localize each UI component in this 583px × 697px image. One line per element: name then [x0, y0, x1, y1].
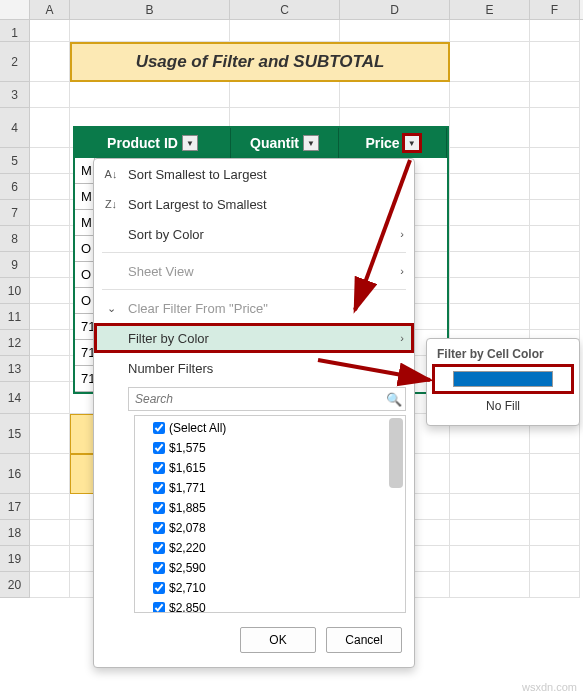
- filter-button-product[interactable]: ▼: [182, 135, 198, 151]
- menu-separator: [102, 289, 406, 290]
- sort-asc-icon: A↓: [102, 165, 120, 183]
- table-row-left[interactable]: M: [75, 158, 95, 184]
- header-label: Quantit: [250, 135, 299, 151]
- table-row-left[interactable]: O: [75, 236, 95, 262]
- row-header-2[interactable]: 2: [0, 42, 30, 82]
- number-filters[interactable]: Number Filters ›: [94, 353, 414, 383]
- menu-separator: [102, 252, 406, 253]
- row-header-12[interactable]: 12: [0, 330, 30, 356]
- check-item[interactable]: $1,771: [139, 478, 401, 498]
- sort-ascending[interactable]: A↓ Sort Smallest to Largest: [94, 159, 414, 189]
- row-header-5[interactable]: 5: [0, 148, 30, 174]
- submenu-title: Filter by Cell Color: [435, 345, 571, 367]
- menu-label: Filter by Color: [128, 331, 209, 346]
- check-item[interactable]: $1,615: [139, 458, 401, 478]
- chevron-right-icon: ›: [400, 265, 404, 277]
- title-cell[interactable]: Usage of Filter and SUBTOTAL: [70, 42, 450, 82]
- menu-label: Sort Largest to Smallest: [128, 197, 267, 212]
- check-item[interactable]: $2,220: [139, 538, 401, 558]
- menu-label: Sort by Color: [128, 227, 204, 242]
- row-header-20[interactable]: 20: [0, 572, 30, 598]
- row-header-18[interactable]: 18: [0, 520, 30, 546]
- table-row-left[interactable]: O: [75, 262, 95, 288]
- row-header-13[interactable]: 13: [0, 356, 30, 382]
- header-label: Product ID: [107, 135, 178, 151]
- row-header-7[interactable]: 7: [0, 200, 30, 226]
- search-box: 🔍: [128, 387, 406, 411]
- no-fill-option[interactable]: No Fill: [435, 391, 571, 415]
- col-header-F[interactable]: F: [530, 0, 580, 19]
- filter-button-quantity[interactable]: ▼: [303, 135, 319, 151]
- chevron-right-icon: ›: [400, 332, 404, 344]
- sheet-view: Sheet View ›: [94, 256, 414, 286]
- menu-label: Number Filters: [128, 361, 213, 376]
- chevron-right-icon: ›: [400, 228, 404, 240]
- table-row-left[interactable]: M: [75, 210, 95, 236]
- row-header-3[interactable]: 3: [0, 82, 30, 108]
- row-header-14[interactable]: 14: [0, 382, 30, 414]
- clear-filter-icon: ⌄: [102, 299, 120, 317]
- check-item[interactable]: $1,575: [139, 438, 401, 458]
- table-row-left[interactable]: O: [75, 288, 95, 314]
- blue-swatch: [453, 371, 553, 387]
- sort-by-color[interactable]: Sort by Color ›: [94, 219, 414, 249]
- watermark: wsxdn.com: [522, 681, 577, 693]
- filter-dropdown: A↓ Sort Smallest to Largest Z↓ Sort Larg…: [93, 158, 415, 668]
- header-product-id: Product ID ▼: [75, 128, 231, 158]
- ok-button[interactable]: OK: [240, 627, 316, 653]
- row-header-15[interactable]: 15: [0, 414, 30, 454]
- check-item[interactable]: $2,710: [139, 578, 401, 598]
- row-header-4[interactable]: 4: [0, 108, 30, 148]
- filter-button-price[interactable]: ▼: [404, 135, 420, 151]
- column-headers: A B C D E F: [0, 0, 583, 20]
- row-header-1[interactable]: 1: [0, 20, 30, 42]
- row-header-11[interactable]: 11: [0, 304, 30, 330]
- check-item[interactable]: $2,850: [139, 598, 401, 613]
- cancel-button[interactable]: Cancel: [326, 627, 402, 653]
- clear-filter: ⌄ Clear Filter From "Price": [94, 293, 414, 323]
- row-header-6[interactable]: 6: [0, 174, 30, 200]
- select-all-corner[interactable]: [0, 0, 30, 19]
- menu-label: Clear Filter From "Price": [128, 301, 268, 316]
- search-input[interactable]: [129, 392, 383, 406]
- check-item[interactable]: $2,078: [139, 518, 401, 538]
- row-header-10[interactable]: 10: [0, 278, 30, 304]
- menu-label: Sort Smallest to Largest: [128, 167, 267, 182]
- menu-label: Sheet View: [128, 264, 194, 279]
- row-header-9[interactable]: 9: [0, 252, 30, 278]
- row-header-16[interactable]: 16: [0, 454, 30, 494]
- col-header-C[interactable]: C: [230, 0, 340, 19]
- col-header-D[interactable]: D: [340, 0, 450, 19]
- header-label: Price: [365, 135, 399, 151]
- filter-by-color-submenu: Filter by Cell Color No Fill: [426, 338, 580, 426]
- color-swatch-blue[interactable]: [435, 367, 571, 391]
- row-header-19[interactable]: 19: [0, 546, 30, 572]
- col-header-E[interactable]: E: [450, 0, 530, 19]
- col-header-B[interactable]: B: [70, 0, 230, 19]
- header-quantity: Quantit ▼: [231, 128, 339, 158]
- table-row-left[interactable]: 71: [75, 314, 95, 340]
- sort-descending[interactable]: Z↓ Sort Largest to Smallest: [94, 189, 414, 219]
- check-select-all[interactable]: (Select All): [139, 418, 401, 438]
- chevron-right-icon: ›: [400, 362, 404, 374]
- table-row-left[interactable]: 71: [75, 366, 95, 392]
- sort-desc-icon: Z↓: [102, 195, 120, 213]
- filter-by-color[interactable]: Filter by Color ›: [94, 323, 414, 353]
- filter-checklist[interactable]: (Select All) $1,575 $1,615 $1,771 $1,885…: [134, 415, 406, 613]
- table-row-left[interactable]: M: [75, 184, 95, 210]
- header-price: Price ▼: [339, 128, 447, 158]
- search-icon: 🔍: [383, 392, 405, 407]
- row-header-17[interactable]: 17: [0, 494, 30, 520]
- check-item[interactable]: $1,885: [139, 498, 401, 518]
- table-row-left[interactable]: 71: [75, 340, 95, 366]
- check-item[interactable]: $2,590: [139, 558, 401, 578]
- scrollbar-thumb[interactable]: [389, 418, 403, 488]
- row-header-8[interactable]: 8: [0, 226, 30, 252]
- col-header-A[interactable]: A: [30, 0, 70, 19]
